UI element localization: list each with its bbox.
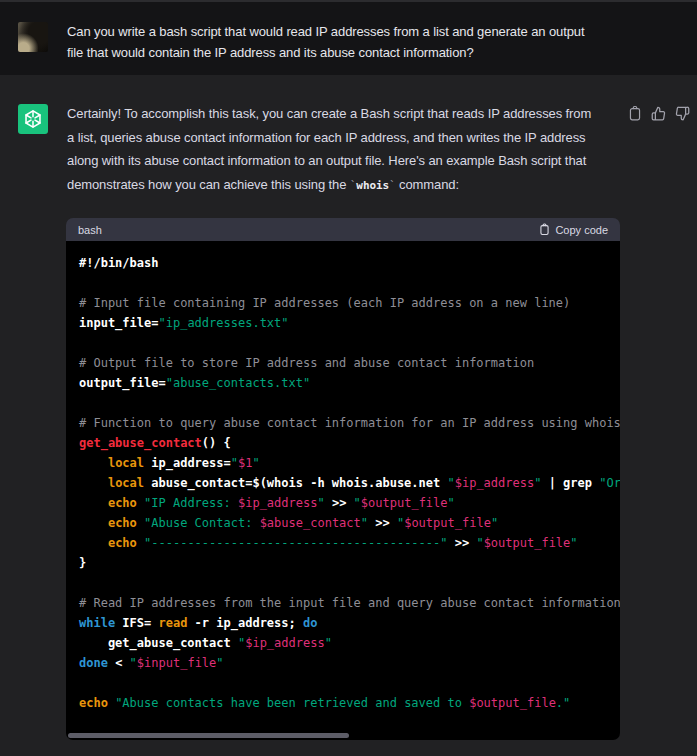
assistant-avatar	[18, 104, 48, 134]
assistant-message-text: Certainly! To accomplish this task, you …	[67, 102, 677, 197]
code-line: # Output file to store IP address and ab…	[79, 353, 620, 373]
thumbs-down-button[interactable]	[675, 105, 690, 122]
code-line: get_abuse_contact() {	[79, 433, 620, 453]
user-avatar	[18, 22, 48, 52]
code-line: #!/bin/bash	[79, 253, 620, 273]
code-line	[79, 573, 620, 593]
code-line	[79, 393, 620, 413]
chat-conversation: Can you write a bash script that would r…	[0, 0, 697, 756]
code-line: # Input file containing IP addresses (ea…	[79, 293, 620, 313]
code-language-label: bash	[78, 224, 102, 236]
code-line: while IFS= read -r ip_address; do	[79, 613, 620, 633]
code-line: echo "Abuse Contact: $abuse_contact" >> …	[79, 513, 620, 533]
code-line: echo "----------------------------------…	[79, 533, 620, 553]
thumbs-down-icon	[675, 106, 690, 121]
code-line: # Read IP addresses from the input file …	[79, 593, 620, 613]
copy-code-label: Copy code	[555, 224, 608, 236]
code-block: bash Copy code #!/bin/bash # Input file …	[66, 218, 620, 740]
horizontal-scrollbar-thumb[interactable]	[68, 733, 349, 738]
code-line: input_file="ip_addresses.txt"	[79, 313, 620, 333]
assistant-intro-text: Certainly! To accomplish this task, you …	[67, 106, 591, 192]
code-line: local ip_address="$1"	[79, 453, 620, 473]
code-block-header: bash Copy code	[66, 218, 620, 241]
code-line: echo "IP Address: $ip_address" >> "$outp…	[79, 493, 620, 513]
code-line: output_file="abuse_contacts.txt"	[79, 373, 620, 393]
code-body: #!/bin/bash # Input file containing IP a…	[66, 241, 620, 740]
code-line	[79, 333, 620, 353]
copy-code-button[interactable]: Copy code	[539, 223, 608, 236]
code-line: local abuse_contact=$(whois -h whois.abu…	[79, 473, 620, 493]
user-message-text: Can you write a bash script that would r…	[67, 22, 677, 63]
code-line: }	[79, 553, 620, 573]
assistant-outro-text: command:	[396, 177, 459, 192]
code-line	[79, 673, 620, 693]
code-content: #!/bin/bash # Input file containing IP a…	[66, 241, 620, 713]
code-line: done < "$input_file"	[79, 653, 620, 673]
code-line: get_abuse_contact "$ip_address"	[79, 633, 620, 653]
assistant-message-row: Certainly! To accomplish this task, you …	[0, 75, 697, 756]
code-line: # Function to query abuse contact inform…	[79, 413, 620, 433]
openai-logo-icon	[22, 108, 44, 130]
code-line: echo "Abuse contacts have been retrieved…	[79, 693, 620, 713]
user-message-row: Can you write a bash script that would r…	[0, 2, 697, 75]
clipboard-icon	[539, 223, 550, 236]
inline-code-whois: whois	[356, 179, 389, 192]
code-line	[79, 273, 620, 293]
